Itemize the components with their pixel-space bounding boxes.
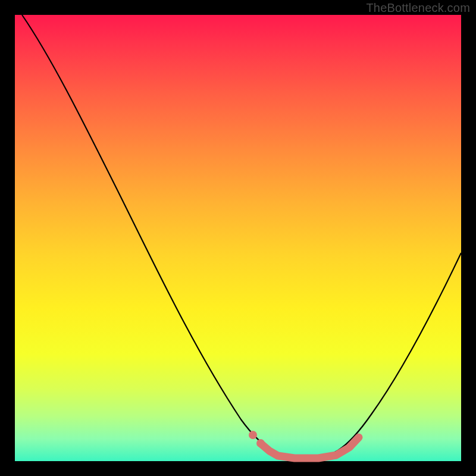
highlight-dot [256,439,265,447]
chart-svg [15,15,461,461]
low-bottleneck-highlight [262,437,359,458]
attribution-label: TheBottleneck.com [366,1,470,15]
chart-frame: TheBottleneck.com [0,0,476,476]
bottleneck-curve [22,15,461,458]
highlight-dot [249,431,257,439]
plot-area [15,15,461,461]
